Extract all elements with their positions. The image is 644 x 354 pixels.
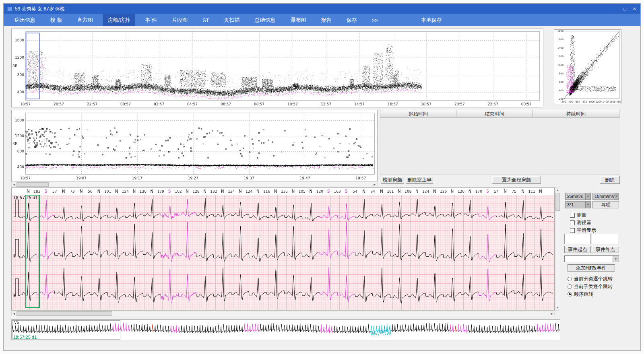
tab-st[interactable]: ST [197, 14, 215, 26]
ecg-horizontal-scrollbar[interactable]: ◀▶ [11, 311, 555, 316]
ecg-controls-panel: 25mm/s ▼ 10mm/mV ▼ 3*1 ▼ 导联 测量测径器平滑显示 事件… [562, 189, 623, 315]
app-window: 59 莫秀英 女 67岁 体检 ─ □ ✕ 病历信息模 板直方图房颤/房扑事 件… [3, 3, 641, 351]
gain-value: 10mm/mV [594, 194, 615, 199]
mini-lead-label: V5 [14, 320, 19, 325]
scroll-up-arrow[interactable]: ▲ [555, 188, 560, 193]
main-toolbar: 病历信息模 板直方图房颤/房扑事 件片段图ST页扫描总结信息瀑布图报告保存>>本… [4, 14, 640, 26]
mini-timestamp: 18:57:25 d1 [13, 335, 37, 340]
episodes-col-duration[interactable]: 持续时间 [533, 110, 619, 118]
gain-select[interactable]: 10mm/mV ▼ [592, 193, 619, 200]
tab-template[interactable]: 模 板 [45, 14, 68, 26]
episodes-col-start[interactable]: 起始时间 [380, 110, 456, 118]
checkbox-measure[interactable]: 测量 [570, 212, 586, 218]
minimize-button[interactable]: ─ [614, 6, 617, 12]
close-button[interactable]: ✕ [633, 6, 636, 12]
ecg-panel [11, 187, 555, 311]
tab-save[interactable]: 保存 [341, 14, 362, 26]
overview-strip-panel: V5 18:57:25 d1 [11, 319, 560, 340]
tab-page-scan[interactable]: 页扫描 [219, 14, 245, 26]
tab-events[interactable]: 事 件 [140, 14, 162, 26]
radio-icon [568, 277, 572, 281]
layout-select[interactable]: 3*1 ▼ [565, 201, 591, 208]
scroll-left-arrow[interactable]: ◀ [12, 311, 17, 316]
add-modify-event-button[interactable]: 添加/修改事件 [568, 264, 615, 272]
ecg-vertical-scrollbar[interactable]: ▲▼ [555, 187, 560, 311]
chevron-down-icon: ▼ [585, 202, 590, 208]
scrollbar-thumb[interactable] [555, 193, 560, 211]
layout-value: 3*1 [567, 202, 574, 207]
tab-waterfall[interactable]: 瀑布图 [285, 14, 312, 26]
event-end-button[interactable]: 事件终点 [592, 246, 619, 253]
tab-fragments[interactable]: 片段图 [167, 14, 193, 26]
window-controls: ─ □ ✕ [614, 6, 636, 12]
episodes-panel: 起始时间结束时间持续时间 [380, 110, 620, 175]
rr-zoom-panel [11, 110, 378, 181]
rr-zoom-scrollbar[interactable]: ◀▶ [11, 182, 378, 187]
rr-zoom-chart[interactable] [12, 110, 377, 181]
overview-strip-chart[interactable] [12, 320, 560, 340]
radio-icon [568, 292, 572, 296]
scroll-right-arrow[interactable]: ▶ [372, 182, 377, 187]
radio-icon [568, 284, 572, 289]
scrollbar-track[interactable] [17, 311, 549, 316]
speed-select[interactable]: 25mm/s ▼ [565, 193, 591, 200]
event-start-button[interactable]: 事件起点 [564, 246, 591, 253]
chevron-down-icon: ▼ [585, 193, 590, 200]
checkbox-smooth-display-label: 平滑显示 [577, 227, 596, 234]
tab-more[interactable]: >> [367, 14, 383, 26]
speed-value: 25mm/s [567, 194, 583, 199]
poincare-chart[interactable] [554, 30, 621, 104]
checkbox-measure-label: 测量 [577, 212, 586, 218]
scrollbar-track[interactable] [17, 182, 372, 187]
tab-patient-info[interactable]: 病历信息 [9, 14, 41, 26]
maximize-button[interactable]: □ [623, 6, 626, 12]
episodes-actions: 检测房颤删除室上早置为全程房颤删除 [380, 176, 621, 185]
tab-af-flutter[interactable]: 房颤/房扑 [103, 14, 136, 26]
radio-jump-by-class[interactable]: 当前分类逐个跳转 [568, 276, 613, 282]
tab-histogram[interactable]: 直方图 [72, 14, 98, 26]
checkbox-smooth-display[interactable]: 平滑显示 [570, 227, 596, 234]
delete-sve-button[interactable]: 删除室上早 [406, 176, 433, 184]
ecg-strip-chart[interactable] [12, 188, 554, 310]
lead-button[interactable]: 导联 [592, 201, 619, 208]
app-icon [8, 7, 12, 11]
window-title: 59 莫秀英 女 67岁 体检 [15, 6, 65, 12]
set-whole-af-button[interactable]: 置为全程房颤 [492, 176, 541, 184]
detect-af-button[interactable]: 检测房颤 [381, 176, 404, 184]
tab-report[interactable]: 报告 [316, 14, 337, 26]
scroll-left-arrow[interactable]: ◀ [12, 182, 17, 187]
episodes-header: 起始时间结束时间持续时间 [380, 110, 620, 118]
radio-jump-sequential[interactable]: 顺序跳转 [568, 291, 593, 298]
chevron-down-icon: ▼ [613, 256, 619, 262]
radio-jump-sequential-label: 顺序跳转 [574, 291, 593, 298]
scrollbar-thumb[interactable] [17, 182, 49, 187]
delete-button[interactable]: 删除 [600, 176, 620, 184]
scrollbar-track[interactable] [555, 193, 560, 305]
chevron-down-icon: ▼ [615, 193, 619, 200]
checkbox-icon [570, 220, 575, 225]
checkbox-caliper-label: 测径器 [577, 219, 591, 226]
tab-local-save[interactable]: 本地保存 [416, 14, 447, 26]
checkbox-icon [570, 228, 575, 233]
title-bar: 59 莫秀英 女 67岁 体检 ─ □ ✕ [4, 4, 640, 14]
radio-jump-by-subclass-label: 当前子类逐个跳转 [574, 283, 613, 290]
scroll-right-arrow[interactable]: ▶ [549, 311, 554, 316]
radio-jump-by-subclass[interactable]: 当前子类逐个跳转 [568, 283, 613, 290]
event-start-field[interactable] [564, 234, 591, 244]
poincare-panel [554, 29, 621, 104]
event-end-field[interactable] [592, 234, 619, 244]
scroll-down-arrow[interactable]: ▼ [555, 305, 560, 310]
episodes-list[interactable] [380, 118, 620, 175]
event-type-select[interactable]: ▼ [564, 255, 619, 262]
episodes-col-end[interactable]: 结束时间 [456, 110, 533, 118]
checkbox-icon [570, 213, 575, 218]
scrollbar-thumb[interactable] [17, 311, 112, 316]
rr-trend-chart[interactable] [12, 29, 543, 107]
tab-summary[interactable]: 总结信息 [250, 14, 281, 26]
checkbox-caliper[interactable]: 测径器 [570, 219, 591, 226]
rr-trend-panel [11, 29, 543, 107]
radio-jump-by-class-label: 当前分类逐个跳转 [574, 276, 613, 282]
